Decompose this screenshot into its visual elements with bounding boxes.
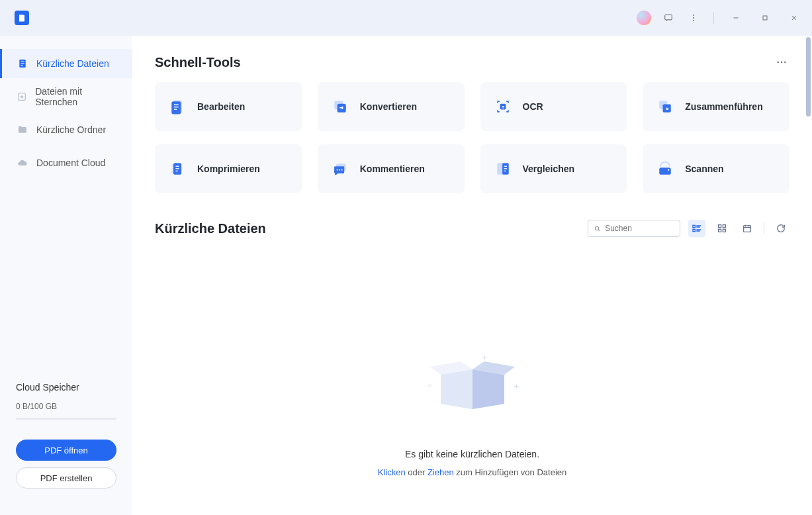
tool-label: Kommentieren: [360, 164, 425, 174]
titlebar-right: [637, 8, 804, 28]
titlebar: [0, 0, 812, 36]
tool-label: Bearbeiten: [197, 101, 245, 112]
main-panel: Schnell-Tools Bearbeiten: [132, 36, 812, 515]
window-maximize-button[interactable]: [755, 8, 775, 28]
view-calendar-button[interactable]: [739, 220, 756, 237]
svg-rect-47: [723, 229, 725, 232]
tool-merge[interactable]: Zusammenführen: [643, 82, 789, 131]
svg-rect-16: [174, 105, 179, 105]
storage-title: Cloud Speicher: [16, 382, 116, 393]
tool-ocr[interactable]: T OCR: [480, 82, 627, 131]
feedback-icon[interactable]: [660, 10, 676, 26]
window-close-button[interactable]: [784, 8, 804, 28]
tool-compare[interactable]: Vergleichen: [480, 144, 627, 193]
tool-scan[interactable]: Scannen: [643, 144, 789, 193]
refresh-button[interactable]: [772, 220, 789, 237]
svg-rect-7: [21, 62, 24, 62]
app-logo[interactable]: [15, 11, 29, 25]
ocr-icon: T: [494, 97, 512, 116]
svg-text:+: +: [514, 381, 518, 391]
svg-rect-48: [744, 226, 751, 232]
recent-files-icon: [17, 58, 28, 70]
svg-rect-8: [21, 63, 24, 64]
comment-icon: [331, 160, 349, 178]
quick-tools-more-button[interactable]: [774, 54, 789, 70]
recent-controls: [588, 220, 789, 237]
svg-point-40: [668, 169, 669, 171]
svg-rect-38: [504, 171, 506, 171]
svg-point-4: [693, 20, 694, 21]
sidebar-item-document-cloud[interactable]: Document Cloud: [0, 148, 132, 177]
tool-compress[interactable]: Komprimieren: [155, 144, 302, 193]
storage-value: 0 B/100 GB: [16, 402, 116, 411]
svg-rect-36: [504, 166, 506, 167]
svg-point-32: [339, 169, 340, 171]
edit-icon: [168, 97, 187, 116]
svg-rect-42: [693, 225, 695, 227]
tool-label: Scannen: [685, 164, 723, 174]
tool-comment[interactable]: Kommentieren: [318, 144, 465, 193]
sidebar-item-label: Document Cloud: [36, 158, 105, 168]
svg-point-41: [595, 226, 599, 230]
empty-subtext: Klicken oder Ziehen zum Hinzufügen von D…: [378, 467, 566, 477]
sidebar-item-label: Kürzliche Ordner: [36, 124, 106, 135]
user-avatar[interactable]: [637, 11, 651, 25]
svg-rect-44: [719, 225, 721, 228]
folder-icon: [17, 124, 28, 136]
open-pdf-button[interactable]: PDF öffnen: [16, 440, 116, 461]
compare-icon: [494, 160, 512, 178]
svg-point-33: [341, 169, 342, 171]
open-pdf-label: PDF öffnen: [44, 445, 88, 455]
tool-label: Konvertieren: [360, 101, 417, 112]
scrollbar-thumb[interactable]: [806, 37, 811, 117]
nav-list: Kürzliche Dateien Dateien mit Sternchen …: [0, 49, 132, 177]
sidebar-item-recent-folders[interactable]: Kürzliche Ordner: [0, 115, 132, 144]
scan-icon: [656, 160, 674, 178]
sidebar-item-starred-files[interactable]: Dateien mit Sternchen: [0, 82, 132, 111]
empty-drag-link[interactable]: Ziehen: [428, 467, 454, 477]
new-tab-button[interactable]: [41, 12, 54, 24]
sidebar-item-label: Kürzliche Dateien: [36, 58, 109, 69]
svg-rect-39: [660, 167, 672, 175]
svg-rect-37: [504, 168, 506, 169]
cloud-icon: [17, 157, 28, 169]
svg-rect-26: [175, 166, 179, 167]
star-icon: [17, 91, 27, 103]
svg-text:T: T: [502, 105, 504, 109]
kebab-menu-icon[interactable]: [686, 10, 701, 26]
svg-rect-17: [174, 107, 179, 107]
search-icon: [594, 224, 601, 233]
sidebar: Kürzliche Dateien Dateien mit Sternchen …: [0, 36, 132, 515]
search-input[interactable]: [605, 224, 674, 233]
empty-click-link[interactable]: Klicken: [378, 467, 406, 477]
create-pdf-button[interactable]: PDF erstellen: [16, 467, 116, 489]
create-pdf-label: PDF erstellen: [40, 473, 93, 483]
tool-convert[interactable]: Konvertieren: [318, 82, 465, 131]
convert-icon: [331, 97, 349, 116]
titlebar-divider: [713, 12, 714, 24]
svg-text:○: ○: [428, 381, 432, 389]
empty-headline: Es gibt keine kürzlichen Dateien.: [405, 449, 539, 459]
svg-rect-28: [175, 171, 178, 171]
tool-label: Zusammenführen: [685, 101, 762, 112]
quick-tools-title: Schnell-Tools: [155, 55, 241, 70]
svg-rect-9: [21, 65, 23, 66]
svg-rect-1: [665, 15, 672, 20]
svg-rect-5: [763, 16, 767, 20]
svg-point-13: [784, 62, 786, 63]
search-input-wrap[interactable]: [588, 220, 680, 237]
svg-point-12: [781, 62, 782, 63]
recent-files-header: Kürzliche Dateien: [155, 220, 789, 237]
svg-rect-46: [719, 229, 721, 232]
tool-edit[interactable]: Bearbeiten: [155, 82, 302, 131]
view-grid-button[interactable]: [713, 220, 731, 237]
controls-divider: [764, 222, 764, 234]
sidebar-item-label: Dateien mit Sternchen: [35, 86, 118, 107]
empty-box-illustration: ○ + +: [420, 343, 525, 422]
recent-files-title: Kürzliche Dateien: [155, 221, 266, 236]
window-minimize-button[interactable]: [726, 8, 746, 28]
quick-tools-header: Schnell-Tools: [155, 54, 789, 70]
sidebar-item-recent-files[interactable]: Kürzliche Dateien: [0, 49, 132, 78]
view-list-button[interactable]: [688, 220, 705, 237]
empty-sep: oder: [406, 467, 428, 477]
